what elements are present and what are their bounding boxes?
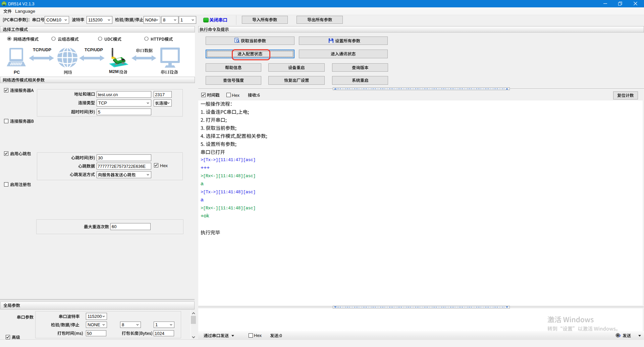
svg-text:50: 50	[87, 331, 92, 336]
svg-text:115200: 115200	[88, 17, 102, 22]
svg-text:TCP/UDP: TCP/UDP	[85, 48, 103, 52]
svg-text:115200: 115200	[88, 314, 102, 319]
svg-text:>[Tx->][11:41:48][asc]: >[Tx->][11:41:48][asc]	[201, 190, 256, 195]
svg-text:>[Rx<-][11:41:48][asc]: >[Rx<-][11:41:48][asc]	[201, 206, 256, 211]
svg-text:PC: PC	[14, 70, 20, 75]
svg-text:1024: 1024	[155, 331, 164, 336]
svg-text:8: 8	[163, 17, 165, 22]
svg-text:TCP/UDP: TCP/UDP	[33, 48, 51, 52]
svg-text:Language: Language	[15, 9, 35, 14]
svg-text:Hex: Hex	[232, 93, 240, 98]
svg-text:Hex: Hex	[254, 333, 262, 338]
svg-text:>[Tx->][11:41:47][asc]: >[Tx->][11:41:47][asc]	[201, 157, 256, 162]
svg-text:2317: 2317	[155, 92, 165, 97]
svg-text:7777772E7573722E636E: 7777772E7573722E636E	[98, 164, 146, 169]
svg-text:DR514 V2.1.3: DR514 V2.1.3	[8, 2, 35, 6]
svg-text:+ok: +ok	[201, 213, 209, 218]
svg-text:8: 8	[122, 322, 124, 327]
svg-text:5: 5	[98, 110, 100, 115]
svg-text:M2M: M2M	[109, 69, 119, 74]
svg-text:+++: +++	[201, 164, 210, 170]
svg-text:test.usr.cn: test.usr.cn	[98, 92, 118, 97]
svg-text:60: 60	[112, 224, 116, 229]
svg-text:NONE: NONE	[88, 322, 100, 327]
svg-text:Hex: Hex	[160, 163, 168, 168]
svg-text:30: 30	[98, 155, 103, 160]
svg-text:TCP: TCP	[98, 100, 107, 106]
svg-text:1: 1	[155, 322, 158, 327]
svg-text:COM10: COM10	[46, 17, 61, 22]
svg-text:a: a	[201, 181, 204, 186]
svg-text:1: 1	[180, 17, 183, 22]
svg-text:>[Rx<-][11:41:48][asc]: >[Rx<-][11:41:48][asc]	[201, 174, 256, 179]
svg-text:a: a	[201, 197, 204, 202]
svg-text:NONI: NONI	[145, 17, 156, 22]
